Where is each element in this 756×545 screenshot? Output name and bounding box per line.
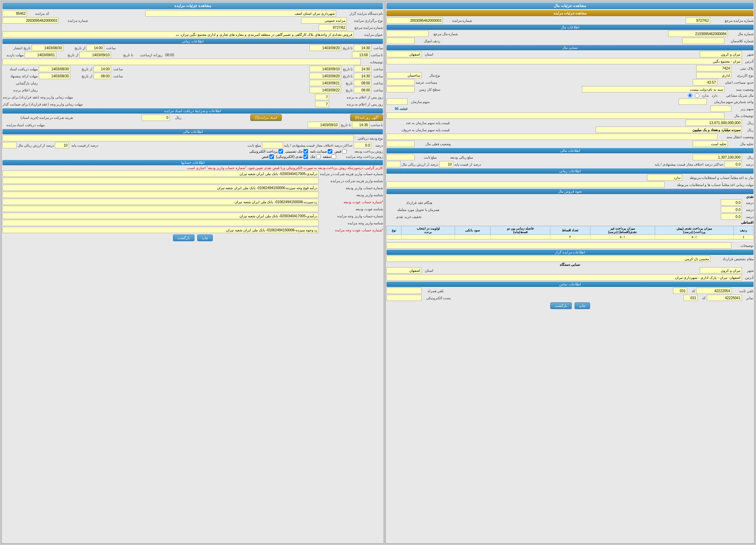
offer-to-time-field[interactable] [354, 73, 371, 79]
tahliye-field[interactable] [693, 141, 728, 147]
docs2-to-date-field[interactable] [308, 122, 339, 128]
percent-field[interactable] [724, 161, 742, 167]
right-ref-field[interactable] [319, 24, 347, 31]
deposit-days-field[interactable] [315, 101, 329, 107]
payment-cash-check[interactable] [342, 149, 347, 154]
contract-days-field[interactable] [315, 94, 329, 100]
land-field[interactable] [386, 86, 415, 92]
visit-from-date-field[interactable] [25, 52, 56, 58]
docs-to-time-field[interactable] [354, 66, 371, 72]
payment2-check-check[interactable] [316, 154, 321, 159]
plak-field[interactable] [696, 65, 731, 71]
right-fixed-field[interactable] [262, 142, 283, 148]
price-base-field[interactable] [686, 120, 742, 126]
visit-to-time-field[interactable] [352, 52, 370, 58]
left-breadcrumb[interactable]: مشاهده جزئیات مرایده [386, 10, 754, 16]
payment-check-check[interactable] [303, 149, 308, 154]
acc7-field[interactable] [2, 213, 319, 219]
auction-id-field[interactable] [386, 17, 443, 24]
table-scrollbar[interactable] [386, 239, 754, 242]
right-code-field[interactable] [2, 10, 27, 17]
mal-number-field[interactable] [668, 31, 728, 37]
mobile-field[interactable] [386, 288, 422, 294]
discount-field[interactable] [721, 213, 742, 220]
open-time-field[interactable] [354, 80, 371, 86]
phone-field[interactable] [696, 288, 731, 294]
notes-field[interactable] [386, 113, 724, 119]
left-back-button[interactable]: بازگشت [550, 302, 572, 309]
receipt-field[interactable] [386, 181, 665, 188]
transfer-field[interactable] [386, 134, 717, 140]
contract-time-field[interactable] [721, 199, 742, 206]
winner-date-field[interactable] [309, 87, 341, 93]
org-share-field[interactable] [679, 98, 707, 105]
transfer-time-field[interactable] [721, 206, 742, 213]
docs-from-date-field[interactable] [39, 66, 70, 72]
code2-field[interactable] [684, 295, 698, 301]
right-rial-field[interactable] [2, 142, 17, 148]
partner-no-radio[interactable] [688, 93, 692, 98]
type-field[interactable] [386, 72, 422, 78]
org-share2-field[interactable] [386, 98, 408, 105]
right-type-field[interactable] [301, 17, 347, 24]
auction-number-field[interactable] [686, 17, 710, 24]
left-print-button[interactable]: چاپ [575, 302, 590, 309]
payment2-electronic-check[interactable] [303, 154, 308, 159]
docs2-to-time-field[interactable] [352, 122, 370, 128]
payment-guarantee-check[interactable] [328, 149, 332, 154]
mal-ref-field[interactable] [386, 31, 429, 37]
area2-field[interactable] [386, 79, 415, 85]
tahliye-status-field[interactable] [386, 141, 415, 147]
usage-field[interactable] [696, 72, 731, 78]
status-field[interactable] [582, 86, 724, 92]
city-field[interactable] [700, 51, 742, 57]
right-operator-field[interactable] [145, 10, 336, 17]
class-field[interactable] [682, 38, 724, 44]
docs-to-date-field[interactable] [309, 66, 341, 72]
payment-electronic-check[interactable] [278, 149, 283, 154]
right-deposit-type-field[interactable] [2, 135, 354, 141]
city2-field[interactable] [700, 267, 742, 274]
result-button[interactable]: آگهی روزنامه(0) [350, 114, 383, 121]
pub-to-time-field[interactable] [354, 45, 371, 51]
fixed-amount-field[interactable] [386, 154, 415, 160]
winner-time-field[interactable] [354, 87, 371, 93]
partner-yes-radio[interactable] [695, 93, 699, 98]
open-date-field[interactable] [309, 80, 341, 86]
offer-from-time-field[interactable] [94, 73, 111, 79]
visit-to-date-field[interactable] [79, 52, 111, 58]
acc6-field[interactable] [2, 206, 319, 212]
price-text-field[interactable] [596, 127, 742, 133]
address2-field[interactable] [386, 274, 742, 281]
percent-base-field[interactable] [439, 161, 453, 167]
pub-from-date-field[interactable] [32, 45, 63, 51]
province2-field[interactable] [386, 267, 422, 274]
right-percent-base-field[interactable] [55, 142, 69, 148]
contract-person-field[interactable] [386, 256, 710, 262]
notes2-field[interactable] [386, 242, 731, 249]
deposit-field[interactable] [693, 154, 742, 160]
acc4-field[interactable] [2, 192, 319, 198]
province-field[interactable] [386, 51, 422, 57]
phone2-field[interactable] [707, 295, 742, 301]
offer-to-date-field[interactable] [309, 73, 341, 79]
right-title-field[interactable] [2, 31, 354, 38]
notes-right-field[interactable] [2, 59, 361, 65]
acc2-field[interactable] [2, 178, 319, 184]
acc5-field[interactable] [2, 199, 319, 205]
payment2-cash-check[interactable] [269, 154, 274, 159]
pub-from-time-field[interactable] [87, 45, 104, 51]
right-max-diff-field[interactable] [354, 142, 371, 148]
area-field[interactable] [693, 79, 717, 85]
acc3-field[interactable] [2, 185, 319, 191]
acc1-field[interactable] [2, 171, 319, 177]
rial-percent-field[interactable] [386, 161, 401, 167]
fax-field[interactable] [386, 295, 422, 301]
acc9-field[interactable] [2, 227, 319, 233]
payment2-transfer-check[interactable] [332, 154, 336, 159]
participation-field[interactable] [142, 115, 170, 121]
pub-to-date-field[interactable] [309, 45, 341, 51]
right-back-button[interactable]: بازگشت [173, 235, 194, 241]
amlak-field[interactable] [386, 38, 415, 44]
docs-from-time-field[interactable] [94, 66, 111, 72]
